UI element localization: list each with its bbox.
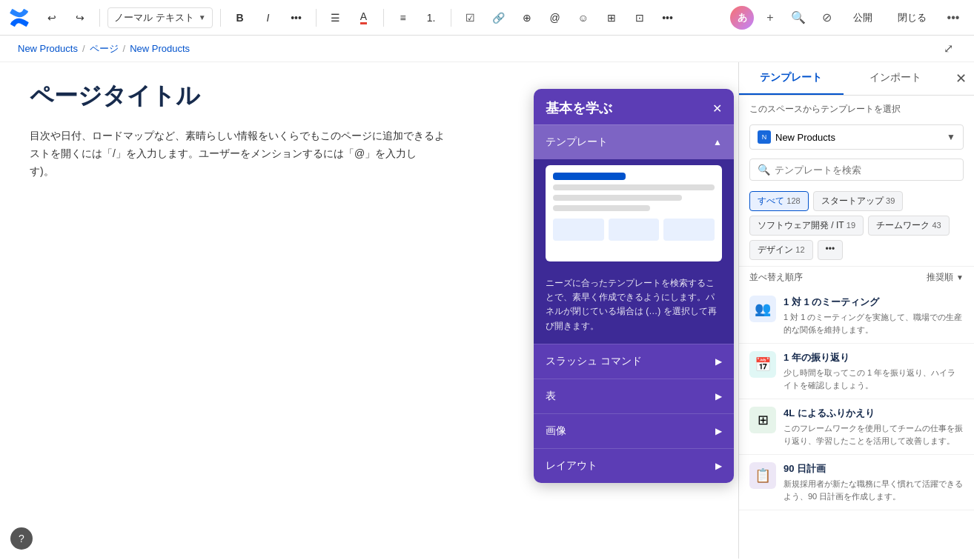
- tag-all[interactable]: すべて 128: [749, 191, 809, 211]
- toolbar-right: あ + 🔍 ⊘ 公開 閉じる •••: [730, 6, 965, 30]
- find-icon: 🔍: [791, 10, 806, 24]
- template-item[interactable]: 📋 90 日計画 新規採用者が新たな職務に早く慣れて活躍できるよう、90 日計画…: [739, 455, 974, 510]
- learn-menu-table-label: 表: [546, 390, 556, 403]
- learn-template-preview: [546, 165, 722, 261]
- template-body-4l: 4L によるふりかえり このフレームワークを使用してチームの仕事を振り返り、学習…: [783, 407, 964, 447]
- more-menu-button[interactable]: •••: [941, 6, 965, 30]
- tab-import[interactable]: インポート: [844, 62, 948, 95]
- noformat-icon: ⊘: [822, 10, 832, 24]
- template-desc-4l: このフレームワークを使用してチームの仕事を振り返り、学習したことを活用して改善し…: [783, 422, 964, 447]
- learn-menu-templates[interactable]: テンプレート ▲: [534, 124, 734, 159]
- more-menu-icon: •••: [947, 11, 960, 24]
- text-style-selector[interactable]: ノーマル テキスト ▼: [107, 7, 213, 28]
- breadcrumb-sep-1: /: [82, 43, 85, 54]
- space-name: New Products: [775, 132, 835, 143]
- link-button[interactable]: 🔗: [487, 6, 511, 30]
- learn-menu-layout-chevron: ▶: [715, 461, 722, 471]
- template-desc-90day: 新規採用者が新たな職務に早く慣れて活躍できるよう、90 日計画を作成します。: [783, 478, 964, 502]
- divider-5: [451, 9, 451, 27]
- learn-panel: 基本を学ぶ ✕ テンプレート ▲ ニーズに合ったテンプレートを検索することで、素…: [534, 89, 734, 483]
- template-body-90day: 90 日計画 新規採用者が新たな職務に早く慣れて活躍できるよう、90 日計画を作…: [783, 462, 964, 502]
- tab-templates[interactable]: テンプレート: [739, 62, 844, 95]
- mention-button[interactable]: @: [543, 6, 567, 30]
- learn-template-desc: ニーズに合ったテンプレートを検索することで、素早く作成できるようにします。パネル…: [534, 269, 734, 344]
- template-search-input[interactable]: [775, 164, 955, 176]
- sort-selector[interactable]: 推奨順 ▼: [927, 271, 964, 284]
- tag-startup[interactable]: スタートアップ 39: [813, 191, 904, 211]
- expand-icon[interactable]: ⤢: [941, 41, 956, 56]
- template-item[interactable]: 📅 1 年の振り返り 少し時間を取ってこの 1 年を振り返り、ハイライトを確認し…: [739, 344, 974, 399]
- mention-icon: @: [549, 12, 560, 24]
- number-button[interactable]: 1.: [420, 6, 443, 30]
- breadcrumb-link-2[interactable]: ページ: [90, 42, 119, 56]
- bold-button[interactable]: B: [228, 6, 252, 30]
- learn-panel-title: 基本を学ぶ: [546, 99, 612, 117]
- italic-button[interactable]: I: [256, 6, 280, 30]
- redo-button[interactable]: ↪: [68, 6, 92, 30]
- panel-tabs: テンプレート インポート ✕: [739, 62, 974, 96]
- preview-col-1: [553, 219, 604, 241]
- learn-menu-slash-label: スラッシュ コマンド: [546, 355, 642, 368]
- template-icon-90day: 📋: [749, 462, 776, 489]
- template-title-yearly: 1 年の振り返り: [783, 351, 964, 364]
- breadcrumb-link-1[interactable]: New Products: [18, 43, 78, 54]
- undo-button[interactable]: ↩: [40, 6, 64, 30]
- learn-menu-slash-chevron: ▶: [715, 356, 722, 367]
- learn-menu-table[interactable]: 表 ▶: [534, 379, 734, 413]
- find-button[interactable]: 🔍: [786, 6, 810, 30]
- more-format-button[interactable]: •••: [285, 6, 308, 30]
- learn-menu-layout[interactable]: レイアウト ▶: [534, 448, 734, 483]
- learn-menu-slash[interactable]: スラッシュ コマンド ▶: [534, 344, 734, 379]
- publish-button[interactable]: 公開: [843, 7, 883, 29]
- tag-design[interactable]: デザイン 12: [749, 240, 813, 260]
- breadcrumb-link-3[interactable]: New Products: [130, 43, 190, 54]
- preview-block: [553, 219, 715, 241]
- layout-button[interactable]: ⊡: [628, 6, 652, 30]
- color-button[interactable]: A: [352, 6, 376, 30]
- add-button[interactable]: ⊕: [515, 6, 539, 30]
- learn-menu-image[interactable]: 画像 ▶: [534, 413, 734, 448]
- template-icon-1on1: 👥: [749, 296, 776, 322]
- help-button[interactable]: ?: [10, 527, 33, 550]
- learn-panel-close-button[interactable]: ✕: [712, 101, 722, 116]
- more-insert-icon: •••: [662, 12, 673, 24]
- text-style-chevron: ▼: [199, 13, 206, 21]
- sort-row: 並べ替え順序 推奨順 ▼: [739, 267, 974, 288]
- bold-icon: B: [236, 12, 243, 24]
- preview-col-2: [609, 219, 660, 241]
- template-desc-1on1: 1 対 1 のミーティングを実施して、職場での生産的な関係を維持します。: [783, 311, 964, 336]
- learn-panel-header: 基本を学ぶ ✕: [534, 89, 734, 124]
- template-item[interactable]: ⊞ 4L によるふりかえり このフレームワークを使用してチームの仕事を振り返り、…: [739, 399, 974, 455]
- close-button[interactable]: 閉じる: [887, 7, 937, 29]
- template-item[interactable]: 👥 1 対 1 のミーティング 1 対 1 のミーティングを実施して、職場での生…: [739, 288, 974, 344]
- template-title-4l: 4L によるふりかえり: [783, 407, 964, 420]
- content-line1: 目次や日付、ロードマップなど、素晴らしい情報をいくらでもこのページに追加できるよ: [30, 130, 445, 141]
- template-desc-yearly: 少し時間を取ってこの 1 年を振り返り、ハイライトを確認しましょう。: [783, 367, 964, 391]
- emoji-button[interactable]: ☺: [572, 6, 595, 30]
- space-icon: N: [758, 130, 771, 144]
- bullet-button[interactable]: ≡: [391, 6, 415, 30]
- space-selector[interactable]: N New Products ▼: [749, 124, 964, 150]
- main-area: ページタイトル 目次や日付、ロードマップなど、素晴らしい情報をいくらでもこのペー…: [0, 62, 974, 559]
- panel-close-button[interactable]: ✕: [947, 62, 974, 95]
- tag-teamwork[interactable]: チームワーク 43: [868, 216, 950, 236]
- divider-1: [99, 9, 100, 27]
- align-button[interactable]: ☰: [324, 6, 348, 30]
- more-insert-button[interactable]: •••: [656, 6, 680, 30]
- tag-more[interactable]: •••: [818, 240, 844, 260]
- color-icon: A: [360, 10, 367, 24]
- align-icon: ☰: [331, 12, 340, 24]
- tag-bar: すべて 128 スタートアップ 39 ソフトウェア開発 / IT 19 チームワ…: [739, 185, 974, 267]
- bullet-icon: ≡: [400, 12, 405, 24]
- toolbar: ↩ ↪ ノーマル テキスト ▼ B I ••• ☰ A ≡ 1. ☑ 🔗 ⊕ @: [0, 0, 974, 36]
- learn-template-expanded: ニーズに合ったテンプレートを検索することで、素早く作成できるようにします。パネル…: [534, 159, 734, 344]
- link-icon: 🔗: [492, 12, 505, 24]
- template-title-1on1: 1 対 1 のミーティング: [783, 296, 964, 309]
- table-button[interactable]: ⊞: [600, 6, 623, 30]
- invite-button[interactable]: +: [758, 6, 782, 30]
- tag-software[interactable]: ソフトウェア開発 / IT 19: [749, 216, 864, 236]
- noformat-button[interactable]: ⊘: [815, 6, 838, 30]
- learn-menu-templates-chevron: ▲: [713, 137, 722, 147]
- divider-4: [383, 9, 384, 27]
- action-button[interactable]: ☑: [459, 6, 483, 30]
